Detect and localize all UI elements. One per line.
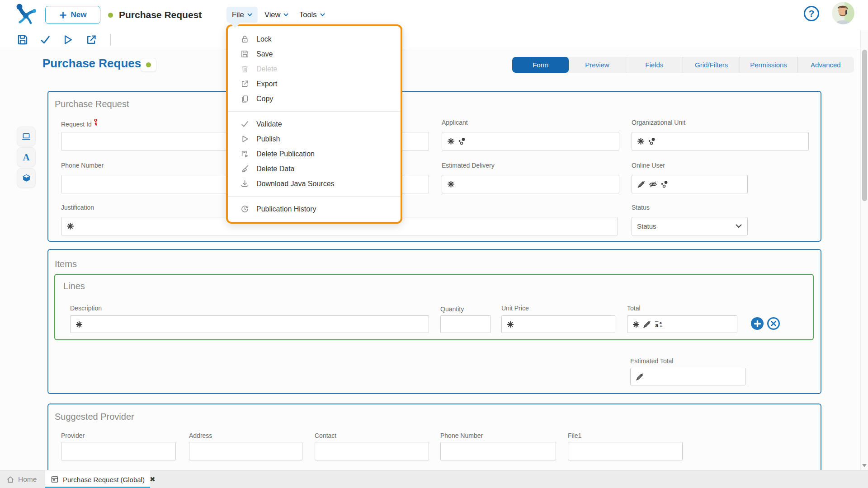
- menu-item-publish[interactable]: Publish: [228, 131, 401, 146]
- menu-item-label: Save: [256, 50, 273, 58]
- required-asterisk-icon: [507, 321, 514, 328]
- export-icon: [240, 80, 249, 88]
- vertical-scrollbar[interactable]: [860, 30, 868, 470]
- tab-fields[interactable]: Fields: [626, 57, 683, 73]
- menu-view-label: View: [264, 10, 280, 19]
- required-asterisk-icon: [66, 222, 74, 230]
- estimated-delivery-input[interactable]: [442, 175, 619, 193]
- object-3d-button[interactable]: [17, 168, 36, 188]
- required-asterisk-icon: [447, 137, 455, 145]
- tab-permissions[interactable]: Permissions: [740, 57, 797, 73]
- fieldset-legend: Items: [55, 259, 77, 269]
- primary-key-icon: [93, 119, 99, 126]
- estimated-total-label: Estimated Total: [630, 357, 673, 365]
- required-asterisk-icon: [75, 321, 83, 328]
- save-icon[interactable]: [17, 34, 28, 46]
- chevron-down-icon: [320, 13, 325, 17]
- check-icon: [240, 120, 249, 128]
- file1-input[interactable]: [568, 442, 683, 460]
- menu-item-delete-data[interactable]: Delete Data: [228, 161, 401, 176]
- association-icon: [648, 137, 656, 145]
- menu-file-label: File: [232, 10, 244, 19]
- total-label: Total: [627, 305, 641, 312]
- svg-text:x: x: [660, 320, 662, 325]
- bottom-tab-bar: Home Purchase Request (Global) ✖: [0, 470, 868, 488]
- new-button-label: New: [71, 10, 87, 19]
- export-icon[interactable]: [85, 34, 97, 46]
- menu-file[interactable]: File: [226, 7, 258, 23]
- menu-item-label: Validate: [256, 120, 282, 128]
- home-tab-label: Home: [18, 475, 37, 483]
- app-logo-icon[interactable]: [14, 2, 39, 28]
- organizational-unit-input[interactable]: [632, 132, 809, 150]
- tab-preview[interactable]: Preview: [569, 57, 626, 73]
- new-button[interactable]: New: [45, 6, 100, 24]
- menu-item-validate[interactable]: Validate: [228, 117, 401, 131]
- menu-item-delete-publication[interactable]: Delete Publication: [228, 146, 401, 161]
- association-icon: [458, 137, 466, 145]
- editor-tabs: Form Preview Fields Grid/Filters Permiss…: [512, 57, 854, 73]
- tab-advanced[interactable]: Advanced: [797, 57, 854, 73]
- provider-phone-number-input[interactable]: [440, 442, 556, 460]
- tab-form[interactable]: Form: [512, 57, 569, 73]
- provider-input[interactable]: [61, 442, 176, 460]
- hidden-eye-icon: [649, 180, 657, 188]
- unit-price-input[interactable]: [501, 315, 615, 333]
- menu-item-label: Lock: [256, 35, 272, 43]
- read-only-pencil-icon: [637, 180, 646, 188]
- tab-grid-filters[interactable]: Grid/Filters: [683, 57, 740, 73]
- menu-tools-label: Tools: [299, 10, 317, 19]
- online-user-label: Online User: [632, 162, 665, 169]
- remove-line-button[interactable]: [767, 317, 780, 330]
- close-tab-icon[interactable]: ✖: [150, 475, 156, 483]
- menu-item-export[interactable]: Export: [228, 76, 401, 91]
- read-only-pencil-icon: [636, 373, 644, 381]
- request-id-input[interactable]: [61, 132, 238, 150]
- lock-icon: [240, 35, 249, 43]
- required-asterisk-icon: [447, 180, 455, 188]
- menu-item-download-java-sources[interactable]: Download Java Sources: [228, 176, 401, 191]
- object-status-dot: [108, 13, 113, 18]
- menu-item-publication-history[interactable]: Publication History: [228, 202, 401, 216]
- menu-item-copy[interactable]: Copy: [228, 91, 401, 106]
- menu-tools[interactable]: Tools: [294, 7, 330, 23]
- phone-number-input[interactable]: [61, 175, 238, 193]
- scrollbar-down-arrow-icon[interactable]: [862, 464, 867, 467]
- quantity-input[interactable]: [440, 315, 491, 333]
- menu-item-label: Publish: [256, 135, 280, 143]
- publish-icon[interactable]: [62, 34, 74, 46]
- required-asterisk-icon: [632, 321, 640, 328]
- text-style-button[interactable]: A: [17, 147, 36, 167]
- description-input[interactable]: [70, 315, 429, 333]
- fieldset-legend: Purchase Request: [55, 99, 129, 109]
- preview-device-button[interactable]: [17, 127, 36, 146]
- trash-icon: [240, 65, 249, 73]
- status-select[interactable]: Status: [632, 217, 748, 235]
- applicant-label: Applicant: [442, 119, 468, 126]
- association-icon: [660, 180, 668, 188]
- file-dropdown-menu: Lock Save Delete Export Copy Validate Pu…: [226, 24, 402, 224]
- address-input[interactable]: [189, 442, 302, 460]
- menu-item-save[interactable]: Save: [228, 47, 401, 61]
- user-avatar[interactable]: [832, 2, 854, 24]
- letter-a-icon: A: [23, 152, 29, 163]
- menu-view[interactable]: View: [259, 7, 294, 23]
- estimated-total-input[interactable]: [630, 368, 745, 385]
- total-input[interactable]: xa: [627, 315, 737, 333]
- open-window-tab[interactable]: Purchase Request (Global) ✖: [45, 470, 150, 488]
- menu-item-delete[interactable]: Delete: [228, 61, 401, 76]
- help-icon[interactable]: ?: [804, 6, 819, 21]
- menu-item-lock[interactable]: Lock: [228, 32, 401, 47]
- broom-icon: [240, 164, 249, 173]
- fieldset-lines: Lines Description Quantity Unit Price To…: [54, 274, 814, 340]
- validate-icon[interactable]: [39, 34, 51, 46]
- add-line-button[interactable]: [751, 317, 764, 330]
- copy-icon: [240, 94, 249, 103]
- online-user-input[interactable]: [632, 175, 748, 193]
- status-badge[interactable]: [141, 58, 156, 72]
- scrollbar-thumb[interactable]: [862, 50, 867, 201]
- applicant-input[interactable]: [442, 132, 619, 150]
- laptop-icon: [21, 132, 31, 141]
- home-tab[interactable]: Home: [6, 470, 37, 488]
- contact-input[interactable]: [315, 442, 429, 460]
